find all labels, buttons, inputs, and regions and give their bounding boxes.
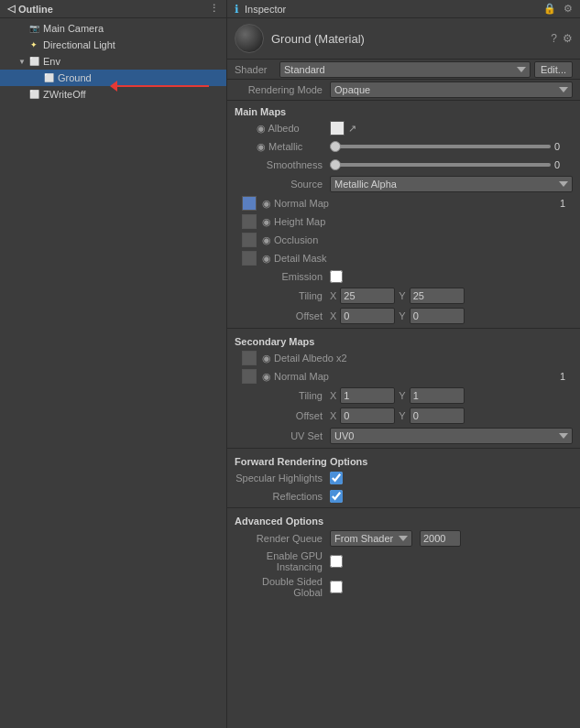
offset-y-label: Y [399,310,405,321]
metallic-value: 0 [554,141,573,152]
albedo-label: ◉ Albedo [235,123,326,135]
detail-mask-swatch[interactable] [242,251,257,266]
tree-item-label: Directional Light [43,39,115,50]
normal-map-row: ◉ Normal Map 1 [227,194,580,212]
rendering-mode-row: Rendering Mode Opaque [227,80,580,101]
tiling-y-input-main[interactable] [410,288,465,304]
tiling-x-label-s: X [330,390,336,401]
emission-label: Emission [235,271,326,282]
pick-icon[interactable]: ↗ [348,123,356,135]
reflections-label: Reflections [235,491,326,502]
camera-icon: 📷 [27,22,40,35]
outline-triangle-icon: ◁ [7,3,15,15]
metallic-slider[interactable] [330,145,551,148]
offset-x-input-main[interactable] [340,308,395,324]
inspector-header-icons: 🔒 ⚙ [543,3,573,15]
tiling-row-main: Tiling X Y [227,286,580,306]
detail-mask-row: ◉ Detail Mask [227,249,580,267]
tiling-x-input-secondary[interactable] [340,387,395,404]
rendering-mode-select[interactable]: Opaque [330,81,573,98]
offset-xy-main: X Y [330,308,465,324]
metallic-slider-container: 0 [330,141,573,152]
tiling-x-input-main[interactable] [340,288,395,304]
tiling-y-input-secondary[interactable] [410,387,465,404]
smoothness-slider-container: 0 [330,159,573,170]
help-icon: ? [551,32,557,45]
detail-albedo-swatch[interactable] [242,351,257,365]
tiling-y-label: Y [399,290,405,301]
tiling-xy-secondary: X Y [330,387,465,404]
height-map-row: ◉ Height Map [227,212,580,231]
specular-label: Specular Highlights [235,473,326,484]
tree-expand-arrow: ▼ [18,58,27,66]
render-queue-label: Render Queue [235,533,326,544]
metallic-label: ◉ Metallic [235,141,326,153]
albedo-swatch[interactable] [330,121,345,136]
emission-checkbox[interactable] [330,270,343,283]
specular-checkbox[interactable] [330,472,343,484]
smoothness-value: 0 [554,159,573,170]
tiling-x-label: X [330,290,336,301]
outline-title: Outline [18,4,53,15]
shader-select[interactable]: Standard [279,61,531,78]
tiling-xy-main: X Y [330,288,465,304]
gpu-instancing-label: Enable GPU Instancing [235,550,326,572]
normal-map-swatch-secondary[interactable] [242,369,257,384]
shader-row: Shader Standard Edit... [227,60,580,80]
source-select[interactable]: Metallic Alpha [330,176,573,192]
tiling-y-label-s: Y [399,390,405,401]
offset-y-input-main[interactable] [410,308,465,324]
secondary-maps-header: Secondary Maps [227,331,580,349]
offset-y-input-secondary[interactable] [410,407,465,424]
reflections-checkbox[interactable] [330,490,343,503]
offset-label-main: Offset [235,310,326,321]
offset-x-label-s: X [330,410,336,421]
divider-2 [227,448,580,449]
tree-item-label: Ground [58,72,92,83]
inspector-header: ℹ Inspector 🔒 ⚙ [227,0,580,18]
edit-button[interactable]: Edit... [534,61,573,78]
normal-map-swatch[interactable] [242,196,257,211]
tiling-label-secondary: Tiling [235,390,326,401]
tree-item-env[interactable]: ▼ ⬜ Env [0,53,226,70]
main-maps-section-header: Main Maps [227,101,580,119]
forward-rendering-header: Forward Rendering Options [227,451,580,469]
smoothness-slider[interactable] [330,163,551,167]
shader-label: Shader [235,64,276,75]
cube-icon: ⬜ [27,55,40,68]
render-queue-row: Render Queue From Shader [227,528,580,549]
normal-map-value: 1 [560,198,573,209]
rendering-mode-label: Rendering Mode [235,84,326,95]
metallic-row: ◉ Metallic 0 [227,137,580,156]
render-queue-value-input[interactable] [420,530,461,547]
occlusion-label: ◉ Occlusion [260,234,318,246]
arrow-head [110,81,117,92]
outline-lock-icon: ⋮ [209,3,219,15]
source-label: Source [235,179,326,190]
inspector-content[interactable]: Rendering Mode Opaque Main Maps ◉ Albedo… [227,80,580,728]
offset-y-label-s: Y [399,410,405,421]
tree-item-main-camera[interactable]: 📷 Main Camera [0,20,226,37]
render-queue-source-select[interactable]: From Shader [330,530,412,547]
material-header-icons: ? ⚙ [551,32,573,45]
detail-albedo-label: ◉ Detail Albedo x2 [260,353,347,364]
double-sided-checkbox[interactable] [330,581,343,593]
offset-row-main: Offset X Y [227,306,580,326]
inspector-info-icon: ℹ [235,3,239,16]
gpu-instancing-checkbox[interactable] [330,555,343,568]
zwriteoff-cube-icon: ⬜ [27,88,40,101]
height-map-label: ◉ Height Map [260,216,325,228]
detail-mask-label: ◉ Detail Mask [260,253,327,265]
arrow-indicator [110,81,209,92]
specular-row: Specular Highlights [227,469,580,487]
emission-row: Emission [227,267,580,286]
occlusion-swatch[interactable] [242,233,257,247]
offset-x-input-secondary[interactable] [340,407,395,424]
material-header: Ground (Material) ? ⚙ [227,18,580,60]
tree-item-label: Env [43,56,60,67]
uv-set-select[interactable]: UV0 [330,428,573,444]
divider-3 [227,507,580,508]
height-map-swatch[interactable] [242,214,257,229]
offset-label-secondary: Offset [235,410,326,421]
tree-item-directional-light[interactable]: ✦ Directional Light [0,37,226,53]
